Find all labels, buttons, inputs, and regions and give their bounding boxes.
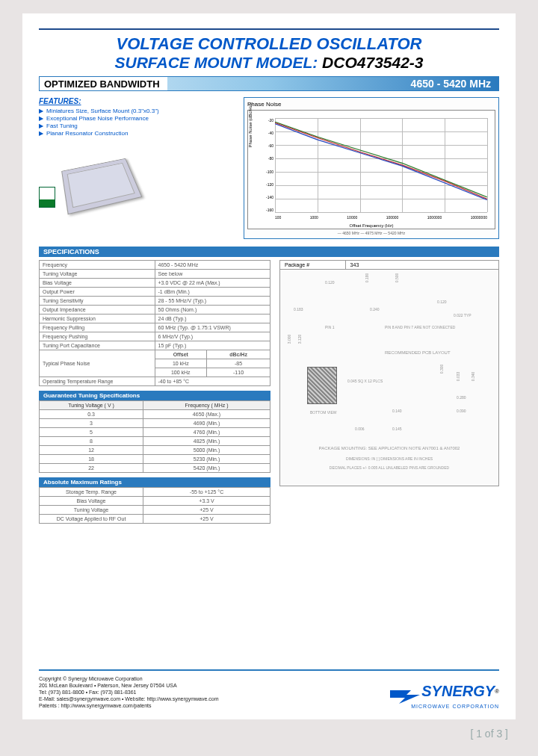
dim-label: 0.500 xyxy=(395,273,399,283)
table-row: 185230 (Min.) xyxy=(40,455,270,464)
chart-title: Phase Noise xyxy=(247,101,495,108)
dim-label: 0.145 xyxy=(392,427,402,431)
layout-label: RECOMMENDED PCB LAYOUT xyxy=(385,350,451,355)
bullet-icon: ▶ xyxy=(39,115,43,122)
telephone: Tel: (973) 881-8800 • Fax: (973) 881-836… xyxy=(39,689,219,695)
spec-value: 24 dB (Typ.) xyxy=(155,315,270,323)
features-col: FEATURES: ▶Miniatures Size, Surface Moun… xyxy=(39,97,233,239)
chart-col: Phase Noise -20 -40 -60 -80 -100 -120 -1… xyxy=(244,97,499,239)
table-row: 34690 (Min.) xyxy=(40,419,270,428)
absmax-table: Storage Temp. Range-55 to +125 °C Bias V… xyxy=(39,487,270,524)
feature-item: ▶Planar Resonator Construction xyxy=(39,130,233,137)
pin-label: PIN 1 xyxy=(325,325,335,329)
bandwidth-bar: OPTIMIZED BANDWIDTH 4650 - 5420 MHz xyxy=(39,76,499,91)
feature-text: Fast Tuning xyxy=(46,123,78,129)
spec-name: Tuning Sensitivity xyxy=(40,297,155,306)
patents-link: Patents : http://www.synergymwave.com/pa… xyxy=(39,702,219,709)
xtick: 100000 xyxy=(386,215,399,220)
dim-label: 0.300 xyxy=(439,365,444,374)
bandwidth-value: 4650 - 5420 MHz xyxy=(411,78,498,90)
table-row: Tuning Voltage+25 V xyxy=(40,506,270,515)
xtick: 100 xyxy=(275,215,281,220)
ytick: -40 xyxy=(259,131,273,135)
model-number: DCO473542-3 xyxy=(322,54,423,71)
footer-text: Copyright © Synergy Microwave Corporatio… xyxy=(39,675,219,709)
specs-heading: SPECIFICATIONS xyxy=(39,247,499,257)
spec-row: Frequency Pulling60 MHz (Typ. @ 1.75:1 V… xyxy=(40,323,270,332)
package-note: DECIMAL PLACES +/- 0.005 ALL UNLABELED P… xyxy=(288,465,491,470)
dim-label: 0.120 xyxy=(325,280,335,285)
note-label: PIN 8 AND PIN 7 ARE NOT CONNECTED xyxy=(385,325,455,329)
spec-name: Bias Voltage xyxy=(40,279,155,288)
phase-noise-chart: Phase Noise -20 -40 -60 -80 -100 -120 -1… xyxy=(244,97,499,239)
spec-name: Tuning Voltage xyxy=(40,270,155,279)
package-row: Package # 343 xyxy=(279,260,499,270)
ytick: -20 xyxy=(259,118,273,123)
spec-value: -40 to +85 °C xyxy=(155,377,270,386)
bullet-icon: ▶ xyxy=(39,130,43,137)
bottom-view-box xyxy=(307,367,337,404)
table-row: Storage Temp. Range-55 to +125 °C xyxy=(40,488,270,497)
feature-text: Miniatures Size, Surface Mount (0.3"x0.3… xyxy=(46,108,159,114)
upper-section: FEATURES: ▶Miniatures Size, Surface Moun… xyxy=(39,97,499,239)
title-line2: SURFACE MOUNT MODEL: DCO473542-3 xyxy=(39,54,499,72)
copyright: Copyright © Synergy Microwave Corporatio… xyxy=(39,675,219,682)
spec-value: -1 dBm (Min.) xyxy=(155,288,270,297)
tuning-heading: Guaranteed Tuning Specifications xyxy=(39,391,270,400)
spec-name: Tuning Port Capacitance xyxy=(40,341,155,350)
title-prefix: SURFACE MOUNT MODEL: xyxy=(114,54,322,71)
table-row: 0.34650 (Max.) xyxy=(40,410,270,419)
specs-left-col: Frequency4650 - 5420 MHz Tuning VoltageS… xyxy=(39,260,270,524)
dim-label: 0.280 xyxy=(457,395,466,400)
table-header-row: Tuning Voltage ( V )Frequency ( MHz ) xyxy=(40,401,270,410)
dim-label: 0.033 xyxy=(456,372,460,382)
ytick: -60 xyxy=(259,143,273,148)
view-label: BOTTOM VIEW xyxy=(310,410,336,415)
spec-row: Bias Voltage+3.0 VDC @ 22 mA (Max.) xyxy=(40,279,270,288)
page-number: [ 1 of 3 ] xyxy=(470,728,508,740)
table-row: DC Voltage Applied to RF Out+25 V xyxy=(40,515,270,524)
chart-plot: -20 -40 -60 -80 -100 -120 -140 -160 xyxy=(247,110,495,229)
spec-value: See below xyxy=(155,270,270,279)
company-logo: SYNERGY® MICROWAVE CORPORATION xyxy=(389,683,499,709)
package-label: Package # xyxy=(280,261,346,269)
company-name: SYNERGY xyxy=(421,683,495,699)
package-note: DIMENSIONS: IN [ ] DIMENSIONS ARE IN INC… xyxy=(288,456,491,461)
spec-value: 4650 - 5420 MHz xyxy=(155,261,270,270)
spec-value: 50 Ohms (Nom.) xyxy=(155,306,270,315)
package-note: PACKAGE MOUNTING: SEE APPLICATION NOTE A… xyxy=(288,446,491,450)
dim-label: 0.090 xyxy=(457,409,466,413)
ytick: -160 xyxy=(259,208,273,212)
features-list: ▶Miniatures Size, Surface Mount (0.3"x0.… xyxy=(39,108,233,137)
table-row: 125000 (Min.) xyxy=(40,446,270,455)
email-website: E-Mail: sales@synergymwave.com • Website… xyxy=(39,695,219,702)
footer: Copyright © Synergy Microwave Corporatio… xyxy=(39,669,499,709)
dim-label: 0.340 xyxy=(471,372,475,382)
package-value: 343 xyxy=(346,261,364,269)
table-row: 84825 (Min.) xyxy=(40,437,270,446)
spec-name: Operating Temperature Range xyxy=(40,377,155,386)
feature-item: ▶Fast Tuning xyxy=(39,123,233,129)
spec-name: Typical Phase Noise xyxy=(40,350,155,377)
chart-legend: — 4650 MHz — 4975 MHz — 5420 MHz xyxy=(247,231,495,235)
specs-section: Frequency4650 - 5420 MHz Tuning VoltageS… xyxy=(39,260,499,524)
table-row: Bias Voltage+3.3 V xyxy=(40,497,270,506)
spec-value: +3.0 VDC @ 22 mA (Max.) xyxy=(155,279,270,288)
top-rule xyxy=(39,28,499,30)
xtick: 10000000 xyxy=(471,215,487,220)
package-diagram: 0.120 0.180 0.500 0.183 0.240 0.120 0.02… xyxy=(279,270,499,486)
absmax-heading: Absolute Maximum Ratings xyxy=(39,477,270,487)
col-header: Tuning Voltage ( V ) xyxy=(40,401,143,410)
xtick: 1000 xyxy=(310,215,318,220)
dim-label: 0.006 xyxy=(355,427,365,431)
feature-text: Planar Resonator Construction xyxy=(46,130,128,137)
spec-value: 6 MHz/V (Typ.) xyxy=(155,332,270,341)
package-col: Package # 343 0.120 0.180 0.500 0.183 0.… xyxy=(279,260,499,524)
product-image-area xyxy=(39,159,233,208)
table-row: 54760 (Min.) xyxy=(40,428,270,437)
dim-label: 0.240 xyxy=(370,307,380,312)
feature-item: ▶Exceptional Phase Noise Performance xyxy=(39,115,233,122)
spec-row: Tuning Sensitivity28 - 55 MHz/V (Typ.) xyxy=(40,297,270,306)
specs-table: Frequency4650 - 5420 MHz Tuning VoltageS… xyxy=(39,260,270,386)
chart-yticks: -20 -40 -60 -80 -100 -120 -140 -160 xyxy=(259,118,273,212)
